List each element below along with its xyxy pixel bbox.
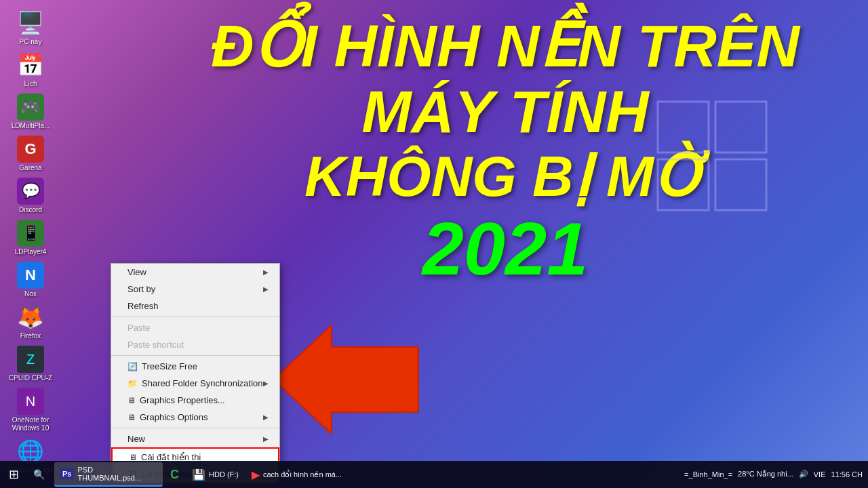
desktop-icon-label-onenote: OneNote for Windows 10 — [6, 416, 55, 432]
context-menu-label-treesize: TreeSize Free — [142, 361, 197, 371]
taskbar: ⊞ 🔍 Ps PSD THUMBNAIL.psd... C 💾 HDD (F:)… — [0, 461, 868, 488]
context-menu-arrow-shared: ▶ — [263, 380, 269, 387]
context-menu: View ▶ Sort by ▶ Refresh Paste Paste sho… — [111, 263, 280, 485]
taskbar-hdd-icon: 💾 — [192, 468, 205, 481]
graphics-prop-icon: 🖥 — [127, 396, 136, 405]
context-menu-label-view: View — [127, 267, 146, 277]
taskbar-hdd-label: HDD (F:) — [209, 470, 239, 479]
context-menu-item-new[interactable]: New ▶ — [111, 430, 279, 447]
taskbar-item-psd[interactable]: Ps PSD THUMBNAIL.psd... — [54, 462, 163, 487]
desktop-icons-area: 🖥️ PC này 📅 Lịch 🎮 LDMultiPla... G Garen… — [3, 7, 108, 488]
desktop-icon-pc[interactable]: 🖥️ PC này — [6, 9, 55, 46]
context-menu-item-graphics-options[interactable]: 🖥 Graphics Options ▶ — [111, 409, 279, 426]
start-button[interactable]: ⊞ — [0, 461, 27, 488]
desktop-icon-label-firefox: Firefox — [20, 332, 41, 340]
tray-username: =_Binh_Min_= — [684, 470, 732, 479]
taskbar-chrome-icon: C — [170, 468, 179, 482]
taskbar-item-video[interactable]: ▶ cach đổi hình nền má... — [246, 462, 347, 487]
treesize-icon: 🔄 — [127, 362, 138, 371]
desktop-icon-label-discord: Discord — [19, 206, 42, 214]
desktop-icon-label-cpuid: CPUID CPU-Z — [9, 374, 52, 382]
context-menu-item-sort[interactable]: Sort by ▶ — [111, 281, 279, 298]
context-menu-item-refresh[interactable]: Refresh — [111, 298, 279, 314]
context-menu-item-paste[interactable]: Paste — [111, 319, 279, 336]
svg-rect-2 — [658, 159, 709, 210]
svg-rect-0 — [658, 102, 709, 152]
desktop-icon-cpuid[interactable]: Z CPUID CPU-Z — [6, 346, 55, 382]
desktop-icon-label-ldmulti: LDMultiPla... — [12, 122, 50, 130]
taskbar-time: 11:56 CH — [831, 470, 863, 479]
desktop-icon-garena[interactable]: G Garena — [6, 136, 55, 172]
pointing-arrow — [271, 325, 420, 434]
context-menu-label-refresh: Refresh — [127, 301, 159, 311]
taskbar-running-items: Ps PSD THUMBNAIL.psd... C 💾 HDD (F:) ▶ c… — [51, 462, 684, 487]
taskbar-video-icon: ▶ — [252, 468, 260, 481]
context-menu-arrow-sort: ▶ — [263, 285, 269, 293]
context-menu-label-shared-folder: Shared Folder Synchronization — [142, 378, 263, 388]
search-icon: 🔍 — [33, 469, 45, 480]
desktop-icon-firefox[interactable]: 🦊 Firefox — [6, 304, 55, 340]
graphics-options-icon: 🖥 — [127, 413, 136, 422]
context-menu-arrow-new: ▶ — [263, 435, 269, 443]
taskbar-search-button[interactable]: 🔍 — [27, 464, 51, 485]
context-menu-item-treesize[interactable]: 🔄 TreeSize Free — [111, 358, 279, 375]
desktop-icon-onenote[interactable]: N OneNote for Windows 10 — [6, 388, 55, 432]
taskbar-item-hdd[interactable]: 💾 HDD (F:) — [186, 462, 244, 487]
svg-marker-4 — [273, 325, 418, 434]
context-menu-arrow-graphics: ▶ — [263, 413, 269, 421]
shared-folder-icon: 📁 — [127, 379, 138, 388]
tray-volume-icon[interactable]: 🔊 — [799, 470, 808, 479]
desktop-icon-lich[interactable]: 📅 Lịch — [6, 52, 55, 88]
context-menu-item-graphics-prop[interactable]: 🖥 Graphics Properties... — [111, 392, 279, 409]
tray-lang[interactable]: VIE — [814, 470, 826, 479]
desktop-icon-discord[interactable]: 💬 Discord — [6, 178, 55, 214]
taskbar-item-chrome[interactable]: C — [165, 462, 184, 487]
tray-weather: 28°C Nắng nhi... — [738, 470, 793, 479]
context-menu-label-paste: Paste — [127, 323, 150, 333]
context-menu-label-graphics-prop: Graphics Properties... — [140, 395, 225, 405]
context-menu-item-shared-folder[interactable]: 📁 Shared Folder Synchronization ▶ — [111, 375, 279, 392]
menu-separator-3 — [111, 428, 279, 428]
context-menu-item-view[interactable]: View ▶ — [111, 264, 279, 281]
menu-separator-1 — [111, 317, 279, 317]
title-line1: ĐỔI HÌNH NỀN TRÊN — [156, 14, 854, 79]
svg-rect-1 — [715, 102, 766, 152]
svg-rect-3 — [715, 159, 766, 210]
desktop-icon-label-garena: Garena — [19, 164, 41, 172]
context-menu-item-paste-shortcut[interactable]: Paste shortcut — [111, 336, 279, 353]
taskbar-video-label: cach đổi hình nền má... — [263, 470, 342, 479]
taskbar-clock: 11:56 CH — [831, 470, 863, 479]
taskbar-psd-label: PSD THUMBNAIL.psd... — [77, 466, 157, 482]
windows-logo-graphic — [644, 88, 780, 224]
desktop-icon-ldplayer[interactable]: 📱 LDPlayer4 — [6, 220, 55, 256]
taskbar-psd-icon: Ps — [60, 468, 74, 479]
desktop-icon-ldmulti[interactable]: 🎮 LDMultiPla... — [6, 94, 55, 130]
context-menu-label-sort: Sort by — [127, 284, 155, 294]
desktop: ĐỔI HÌNH NỀN TRÊN MÁY TÍNH KHÔNG BỊ MỜ 2… — [0, 0, 868, 488]
desktop-icon-label-nox: Nox — [24, 290, 37, 298]
context-menu-label-graphics-options: Graphics Options — [140, 412, 208, 422]
menu-separator-2 — [111, 355, 279, 356]
desktop-icon-label-lich: Lịch — [24, 80, 37, 88]
desktop-icon-label-pc: PC này — [20, 38, 42, 46]
context-menu-label-new: New — [127, 434, 145, 444]
context-menu-label-paste-shortcut: Paste shortcut — [127, 340, 184, 350]
desktop-icon-nox[interactable]: N Nox — [6, 262, 55, 298]
context-menu-arrow-view: ▶ — [263, 268, 269, 276]
start-icon: ⊞ — [9, 467, 19, 482]
desktop-icon-label-ldplayer: LDPlayer4 — [15, 248, 47, 256]
system-tray: =_Binh_Min_= 28°C Nắng nhi... 🔊 VIE 11:5… — [684, 470, 868, 479]
